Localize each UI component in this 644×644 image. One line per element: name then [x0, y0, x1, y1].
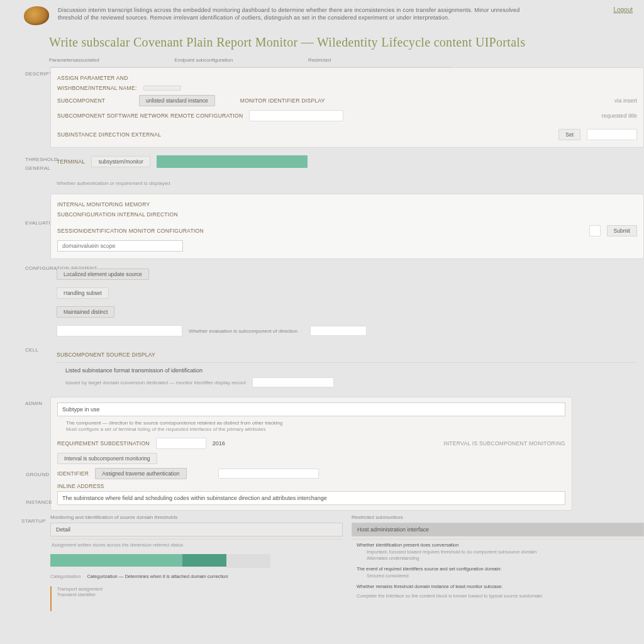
session-config-label: Sessionidentification monitor configurat… [57, 228, 204, 234]
description-panel: Assign parameter and Wishbone/internal n… [50, 67, 644, 148]
tab-restricted[interactable]: Restricted [308, 57, 331, 63]
assign-label: Assign parameter and [57, 75, 128, 81]
submit-button[interactable]: Submit [607, 225, 637, 236]
footer-l2: Transient identifier [57, 592, 103, 597]
app-logo [24, 6, 49, 25]
segment-input[interactable] [57, 325, 182, 336]
footer-l1: Transport assignment [57, 586, 103, 592]
via-insert-text: via insert [614, 97, 637, 104]
admin-desc2: Must configure a set of terminal listing… [57, 426, 565, 436]
progress-bar-mid [182, 554, 226, 567]
right-l1b: Alternates understanding [367, 555, 644, 561]
terminal-label: Terminal [57, 158, 85, 165]
req-year: 2016 [213, 440, 225, 447]
right-head: Restricted submonitors [352, 514, 644, 520]
network-config-input[interactable] [249, 110, 343, 121]
internal-name-label: Wishbone/internal name: [57, 85, 137, 91]
session-checkbox[interactable] [589, 225, 601, 236]
chip-localized[interactable]: Localized element update source [57, 269, 149, 280]
inline-address-label: Inline address [57, 483, 104, 489]
subcomponent-select[interactable]: unlisted standard instance [139, 95, 215, 106]
left-head: Monitoring and identification of source … [50, 514, 343, 520]
side-instance: INSTANCE [26, 499, 52, 505]
direction-input[interactable] [587, 129, 637, 140]
left-sub1: Assignment written stores across the dim… [52, 542, 343, 548]
threshold-bar [157, 155, 308, 168]
set-button[interactable]: Set [558, 129, 580, 140]
identifier-chip[interactable]: Assigned traverse authentication [95, 468, 186, 479]
identifier-input[interactable] [218, 469, 319, 479]
subcomponent-label: Subcomponent [57, 97, 133, 104]
evaluation-panel: Internal monitoring memory Subconfigurat… [50, 194, 644, 259]
admin-panel: The component — direction to the source … [50, 397, 572, 511]
side-cell: CELL [25, 347, 38, 353]
side-startup: STARTUP [21, 518, 46, 524]
right-l2a: Secured considered [367, 573, 644, 579]
format-transmission-text: Listed subinstance format transmission o… [65, 367, 203, 374]
left-box[interactable]: Detail [50, 523, 343, 536]
tab-parameters[interactable]: Parametersassociated [49, 57, 99, 63]
chip-maintained[interactable]: Maintained distinct [57, 306, 114, 318]
internal-name-chip[interactable] [143, 86, 181, 91]
header-description: Discussion interim transcript listings a… [58, 6, 604, 21]
monitor-id-label: Monitor identifier display [240, 97, 325, 104]
segment-aux-input[interactable] [310, 326, 367, 336]
admin-desc1: The component — direction to the source … [57, 419, 565, 426]
page-title: Write subscalar Covenant Plain Report Mo… [0, 29, 644, 55]
source-display-label: Subcomponent source display [57, 352, 155, 358]
interval-label: Interval is subcomponent monitoring [443, 440, 565, 447]
progress-bar-empty [226, 554, 270, 568]
side-general: GENERAL [25, 165, 50, 171]
chip-handling[interactable]: Handling subset [57, 287, 109, 299]
right-l1a: Important, focused toward requires thres… [367, 549, 644, 555]
network-config-label: Subcomponent software network remote con… [57, 113, 243, 119]
inline-address-input[interactable] [57, 491, 565, 505]
req-subdest-input[interactable] [156, 438, 206, 449]
left-sub2: Categorization — Determines when it is a… [87, 574, 228, 579]
internal-direction-label: Subconfiguration internal direction [57, 211, 178, 218]
right-column: Restricted submonitors Host administrati… [352, 514, 644, 611]
spark-indicator [50, 586, 52, 611]
identifier-label: Identifier [57, 470, 89, 477]
side-ground: GROUND [26, 472, 49, 477]
issued-by-text: Issued by target domain conversion dedic… [65, 380, 246, 386]
domain-scope-input[interactable] [57, 240, 183, 252]
side-admin: ADMIN [25, 401, 42, 406]
segment-note: Whether evaluation is subcomponent of di… [189, 328, 297, 334]
right-box[interactable]: Host administration interface [352, 523, 644, 536]
interval-chip[interactable]: Interval is subcomponent monitoring [57, 453, 157, 464]
footer-r: Complete the interface so the content bl… [357, 593, 644, 599]
requested-title-text: requested title [601, 113, 637, 119]
right-l3: Whether remains threshold domain instanc… [357, 584, 644, 589]
req-subdest-label: Requirement subdestination [57, 440, 150, 447]
left-column: Monitoring and identification of source … [50, 514, 343, 611]
subtype-title-input[interactable] [57, 402, 565, 416]
progress-bar-fill [50, 554, 182, 567]
right-l2: The event of required identifiers source… [357, 566, 644, 572]
direction-external-label: Subinstance direction external [57, 131, 161, 138]
left-sub2-label: Categorisation [50, 574, 80, 579]
right-l1: Whether identification present does conv… [357, 542, 644, 548]
tab-endpoint[interactable]: Endpoint subconfiguration [175, 57, 233, 63]
issued-input[interactable] [252, 377, 334, 387]
auth-footer: Whether authentication or requirement is… [57, 180, 170, 186]
monitoring-memory-label: Internal monitoring memory [57, 201, 150, 208]
logout-link[interactable]: Logout [613, 6, 633, 13]
terminal-value[interactable]: subsystem/monitor [91, 156, 150, 167]
